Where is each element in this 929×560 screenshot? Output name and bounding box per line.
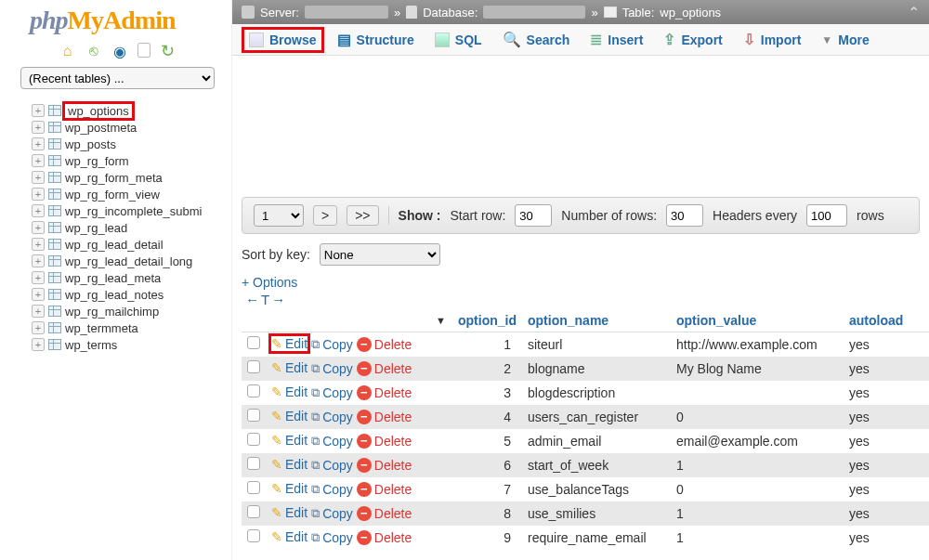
copy-link[interactable]: ⧉ Copy bbox=[311, 434, 353, 449]
expand-icon[interactable]: + bbox=[32, 137, 45, 150]
delete-link[interactable]: − Delete bbox=[357, 410, 412, 424]
tree-item-wp_rg_lead[interactable]: +wp_rg_lead bbox=[32, 219, 231, 236]
start-row-input[interactable] bbox=[515, 204, 552, 227]
tab-browse[interactable]: Browse bbox=[240, 29, 326, 51]
expand-icon[interactable]: + bbox=[32, 204, 45, 217]
col-option-name[interactable]: option_name bbox=[522, 309, 671, 332]
tree-item-wp_rg_lead_notes[interactable]: +wp_rg_lead_notes bbox=[32, 286, 231, 303]
expand-icon[interactable]: + bbox=[32, 104, 45, 117]
edit-link[interactable]: ✎ Edit bbox=[271, 457, 307, 472]
delete-link[interactable]: − Delete bbox=[357, 506, 412, 521]
tree-item-wp_terms[interactable]: +wp_terms bbox=[32, 336, 231, 353]
copy-link[interactable]: ⧉ Copy bbox=[311, 506, 353, 521]
copy-link[interactable]: ⧉ Copy bbox=[311, 482, 353, 497]
tab-insert[interactable]: ≣Insert bbox=[581, 27, 652, 52]
expand-icon[interactable]: + bbox=[32, 305, 45, 318]
column-nav[interactable]: ←T→ bbox=[232, 292, 929, 309]
row-checkbox[interactable] bbox=[247, 505, 260, 518]
sort-by-key: Sort by key: None bbox=[232, 234, 929, 269]
query-icon[interactable]: ◉ bbox=[111, 43, 128, 59]
logout-icon[interactable]: ⎋ bbox=[85, 43, 102, 59]
docs-icon[interactable] bbox=[137, 43, 150, 58]
col-autoload[interactable]: autoload bbox=[844, 309, 929, 332]
delete-link[interactable]: − Delete bbox=[357, 361, 412, 376]
tree-item-wp_rg_form_meta[interactable]: +wp_rg_form_meta bbox=[32, 169, 231, 186]
last-button[interactable]: >> bbox=[347, 205, 378, 226]
tree-item-wp_rg_lead_meta[interactable]: +wp_rg_lead_meta bbox=[32, 269, 231, 286]
tree-item-wp_rg_lead_detail[interactable]: +wp_rg_lead_detail bbox=[32, 236, 231, 253]
row-checkbox[interactable] bbox=[247, 360, 260, 373]
options-link[interactable]: + Options bbox=[232, 269, 929, 292]
edit-link[interactable]: ✎ Edit bbox=[271, 384, 307, 399]
tree-item-wp_rg_form[interactable]: +wp_rg_form bbox=[32, 152, 231, 169]
tab-sql[interactable]: SQL bbox=[425, 29, 491, 51]
tree-item-wp_rg_form_view[interactable]: +wp_rg_form_view bbox=[32, 186, 231, 202]
recent-tables-select[interactable]: (Recent tables) ... bbox=[20, 67, 215, 89]
edit-link[interactable]: ✎ Edit bbox=[271, 433, 307, 448]
pencil-icon: ✎ bbox=[271, 336, 282, 351]
edit-link[interactable]: ✎ Edit bbox=[271, 336, 307, 351]
delete-link[interactable]: − Delete bbox=[357, 458, 412, 473]
edit-link[interactable]: ✎ Edit bbox=[271, 505, 307, 520]
expand-icon[interactable]: + bbox=[32, 321, 45, 334]
expand-icon[interactable]: + bbox=[32, 338, 45, 351]
edit-link[interactable]: ✎ Edit bbox=[271, 360, 307, 375]
expand-icon[interactable]: + bbox=[32, 154, 45, 167]
page-select[interactable]: 1 bbox=[254, 204, 304, 227]
expand-icon[interactable]: + bbox=[32, 171, 45, 184]
copy-link[interactable]: ⧉ Copy bbox=[311, 361, 353, 376]
tree-item-wp_rg_lead_detail_long[interactable]: +wp_rg_lead_detail_long bbox=[32, 253, 231, 269]
cell-autoload: yes bbox=[844, 357, 929, 381]
copy-link[interactable]: ⧉ Copy bbox=[311, 530, 353, 545]
home-icon[interactable]: ⌂ bbox=[59, 43, 76, 59]
edit-link[interactable]: ✎ Edit bbox=[271, 409, 307, 423]
next-button[interactable]: > bbox=[313, 205, 337, 226]
tree-item-wp_rg_mailchimp[interactable]: +wp_rg_mailchimp bbox=[32, 303, 231, 319]
expand-icon[interactable]: + bbox=[32, 288, 45, 301]
row-checkbox[interactable] bbox=[247, 457, 260, 470]
server-label: Server: bbox=[260, 6, 299, 20]
row-checkbox[interactable] bbox=[247, 529, 260, 542]
expand-icon[interactable]: + bbox=[32, 221, 45, 234]
expand-icon[interactable]: + bbox=[32, 271, 45, 284]
pencil-icon: ✎ bbox=[271, 384, 282, 399]
sort-key-select[interactable]: None bbox=[320, 243, 440, 266]
row-checkbox[interactable] bbox=[247, 433, 260, 446]
num-rows-input[interactable] bbox=[666, 204, 703, 227]
tree-item-wp_termmeta[interactable]: +wp_termmeta bbox=[32, 319, 231, 336]
tab-structure[interactable]: ▤Structure bbox=[328, 27, 424, 52]
tree-item-wp_postmeta[interactable]: +wp_postmeta bbox=[32, 119, 231, 136]
delete-link[interactable]: − Delete bbox=[357, 434, 412, 449]
expand-icon[interactable]: + bbox=[32, 121, 45, 134]
reload-icon[interactable]: ↻ bbox=[160, 43, 177, 59]
tree-item-wp_rg_incomplete_submi[interactable]: +wp_rg_incomplete_submi bbox=[32, 202, 231, 219]
tab-more[interactable]: ▼More bbox=[812, 29, 878, 51]
expand-icon[interactable]: + bbox=[32, 254, 45, 267]
col-option-id[interactable]: option_id bbox=[451, 309, 522, 332]
edit-link[interactable]: ✎ Edit bbox=[271, 481, 307, 496]
copy-link[interactable]: ⧉ Copy bbox=[311, 458, 353, 473]
tab-import[interactable]: ⇩Import bbox=[734, 27, 811, 52]
delete-link[interactable]: − Delete bbox=[357, 337, 412, 352]
delete-link[interactable]: − Delete bbox=[357, 482, 412, 497]
collapse-icon[interactable]: ⌃ bbox=[908, 4, 920, 21]
edit-link[interactable]: ✎ Edit bbox=[271, 529, 307, 544]
row-checkbox[interactable] bbox=[247, 481, 260, 494]
tree-item-wp_posts[interactable]: +wp_posts bbox=[32, 136, 231, 152]
tab-export[interactable]: ⇪Export bbox=[654, 27, 731, 52]
headers-input[interactable] bbox=[806, 204, 847, 227]
tab-search[interactable]: 🔍Search bbox=[493, 27, 580, 52]
delete-link[interactable]: − Delete bbox=[357, 385, 412, 400]
expand-icon[interactable]: + bbox=[32, 188, 45, 201]
tree-item-wp_options[interactable]: +wp_options bbox=[32, 102, 231, 119]
copy-link[interactable]: ⧉ Copy bbox=[311, 410, 353, 424]
row-checkbox[interactable] bbox=[247, 409, 260, 422]
copy-link[interactable]: ⧉ Copy bbox=[311, 337, 353, 352]
sort-indicator-icon[interactable]: ▼ bbox=[436, 315, 446, 326]
delete-link[interactable]: − Delete bbox=[357, 530, 412, 545]
row-checkbox[interactable] bbox=[247, 384, 260, 397]
expand-icon[interactable]: + bbox=[32, 238, 45, 251]
col-option-value[interactable]: option_value bbox=[671, 309, 844, 332]
row-checkbox[interactable] bbox=[247, 336, 260, 349]
copy-link[interactable]: ⧉ Copy bbox=[311, 385, 353, 400]
